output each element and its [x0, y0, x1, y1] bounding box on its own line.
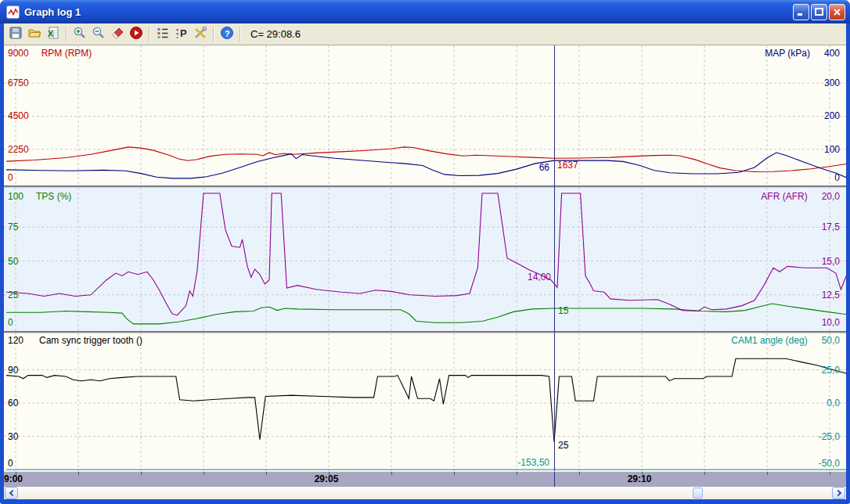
axis-tick: 15,0 — [822, 256, 840, 267]
zoom-out-icon — [92, 26, 106, 42]
export-excel-button[interactable]: X — [44, 25, 63, 44]
axis-tick: 17,5 — [822, 221, 840, 232]
cursor-value-afr: 14,00 — [528, 272, 551, 283]
time-axis[interactable]: 9:00 29:05 29:10 — [4, 471, 846, 487]
excel-icon: X — [46, 26, 60, 42]
time-tick — [767, 472, 768, 475]
app-graph-icon — [6, 5, 20, 19]
help-icon: ? — [220, 26, 234, 42]
afr-axis-header: AFR (AFR) 20,0 — [761, 191, 840, 202]
axis-tick: 300 — [824, 77, 840, 88]
zoom-in-button[interactable] — [70, 25, 89, 44]
toolbar-separator — [149, 27, 150, 42]
zoom-out-button[interactable] — [89, 25, 108, 44]
axis-tick: 50 — [8, 256, 18, 267]
cursor-value-tps: 15 — [558, 305, 568, 316]
svg-text:X: X — [48, 29, 54, 38]
toolbar: X P ? C= 29:08.6 — [4, 23, 846, 45]
play-button[interactable] — [127, 25, 146, 44]
time-label: 9:00 — [4, 473, 23, 484]
rpm-axis-label: RPM (RPM) — [41, 48, 92, 59]
cursor-value-rpm: 1637 — [557, 160, 578, 171]
tools-button[interactable] — [191, 25, 210, 44]
time-tick — [454, 472, 455, 475]
panel-cam[interactable]: 120 Cam sync trigger tooth () 90 60 30 0… — [4, 333, 846, 471]
axis-tick: -25,0 — [819, 431, 840, 442]
chart-cursor-line[interactable] — [554, 45, 555, 471]
panel-tps-afr[interactable]: 100 TPS (%) 75 50 25 0 AFR (AFR) 20,0 17… — [4, 188, 846, 331]
close-button[interactable] — [829, 4, 845, 20]
axis-tick: 6750 — [8, 77, 29, 88]
toolbar-separator — [240, 27, 241, 42]
chevron-left-icon — [9, 490, 15, 496]
axis-tick: 25 — [8, 290, 18, 301]
time-tick — [391, 472, 392, 475]
axis-tick: 120 — [8, 335, 23, 346]
axis-tick: 0 — [8, 458, 13, 469]
time-tick — [579, 472, 580, 475]
time-tick — [141, 472, 142, 475]
axis-tick: 100 — [8, 191, 23, 202]
time-tick — [830, 472, 830, 475]
scrollbar-thumb[interactable] — [693, 488, 703, 499]
axis-tick: -50,0 — [819, 458, 840, 469]
erase-button[interactable] — [108, 25, 127, 44]
titlebar[interactable]: Graph log 1 — [0, 0, 850, 23]
chevron-right-icon — [834, 490, 841, 496]
cam-axis-label: Cam sync trigger tooth () — [39, 335, 142, 346]
cam1-axis-header: CAM1 angle (deg) 50,0 — [731, 335, 840, 346]
time-label: 29:10 — [628, 473, 652, 484]
time-tick — [203, 472, 204, 475]
axis-tick: 10,0 — [822, 317, 840, 328]
axis-tick: 75 — [8, 221, 18, 232]
time-tick — [266, 472, 267, 475]
axis-tick: 4500 — [8, 110, 29, 121]
time-tick — [704, 472, 705, 475]
list-icon — [156, 26, 170, 42]
chart-area[interactable]: 9000 RPM (RPM) 6750 4500 2250 0 MAP (kPa… — [4, 45, 846, 471]
time-tick — [329, 472, 330, 475]
cursor-value-map: 66 — [539, 162, 549, 173]
panel-rpm-map[interactable]: 9000 RPM (RPM) 6750 4500 2250 0 MAP (kPa… — [4, 45, 846, 185]
help-button[interactable]: ? — [218, 25, 236, 44]
map-axis-header: MAP (kPa) 400 — [765, 48, 840, 59]
axis-tick: 12,5 — [822, 290, 840, 301]
open-button[interactable] — [25, 25, 44, 44]
play-icon — [129, 26, 143, 42]
cursor-value-cam-tooth: 25 — [558, 440, 568, 451]
axis-tick: 50,0 — [822, 335, 840, 346]
tps-axis-label: TPS (%) — [36, 191, 71, 202]
parameters-button[interactable]: P — [172, 25, 191, 44]
cursor-value-cam1: -153,50 — [517, 457, 549, 468]
axis-tick: 2250 — [8, 144, 29, 155]
rpm-axis-header: 9000 RPM (RPM) — [8, 48, 92, 59]
series-line-cam-sync-trigger-tooth — [6, 358, 846, 441]
axis-tick: 100 — [824, 144, 840, 155]
axis-tick: 0 — [8, 172, 13, 183]
parameters-icon: P — [175, 26, 189, 42]
map-axis-label: MAP (kPa) — [765, 48, 810, 59]
tps-afr-plot — [4, 188, 846, 331]
rpm-map-plot — [4, 45, 846, 185]
minimize-button[interactable] — [793, 4, 809, 20]
toolbar-separator — [66, 27, 67, 42]
scroll-left-button[interactable] — [5, 487, 18, 499]
cam-plot — [4, 333, 846, 471]
axis-tick: 25,0 — [822, 365, 840, 376]
save-icon — [9, 26, 23, 42]
tps-axis-header: 100 TPS (%) — [8, 191, 71, 202]
horizontal-scrollbar[interactable] — [4, 487, 846, 499]
axis-tick: 0 — [8, 317, 13, 328]
legend-list-button[interactable] — [153, 25, 172, 44]
time-axis-cursor-mark — [554, 472, 555, 487]
axis-tick: 0 — [834, 172, 840, 183]
axis-tick: 200 — [824, 110, 840, 121]
save-button[interactable] — [6, 25, 25, 44]
time-label: 29:05 — [315, 473, 339, 484]
maximize-button[interactable] — [811, 4, 827, 20]
app-window: Graph log 1 X P ? C= 29:08.6 9000 RPM — [0, 0, 850, 504]
scroll-right-button[interactable] — [832, 487, 845, 499]
axis-tick: 60 — [8, 398, 18, 409]
window-title: Graph log 1 — [24, 6, 793, 18]
series-line-map — [6, 153, 846, 178]
